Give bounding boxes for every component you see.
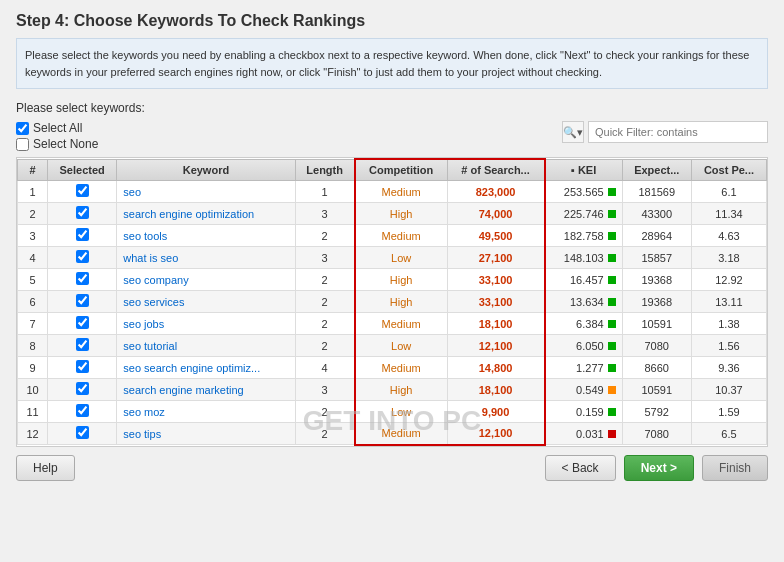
col-header-cost[interactable]: Cost Pe... — [691, 159, 766, 181]
cell-searches: 12,100 — [447, 423, 544, 445]
row-checkbox[interactable] — [76, 272, 89, 285]
cell-selected[interactable] — [48, 225, 117, 247]
table-header: # Selected Keyword Length Competition # … — [18, 159, 767, 181]
cell-num: 12 — [18, 423, 48, 445]
cell-cost: 4.63 — [691, 225, 766, 247]
filter-icon[interactable]: 🔍▾ — [562, 121, 584, 143]
cell-keyword: seo — [117, 181, 295, 203]
cell-competition: Medium — [355, 357, 447, 379]
kei-indicator — [608, 364, 616, 372]
cell-selected[interactable] — [48, 203, 117, 225]
step-title: Step 4: Choose Keywords To Check Ranking… — [16, 12, 768, 30]
cell-cost: 12.92 — [691, 269, 766, 291]
select-all-label[interactable]: Select All — [16, 121, 98, 135]
cell-competition: Medium — [355, 225, 447, 247]
cell-selected[interactable] — [48, 291, 117, 313]
kei-value: 225.746 — [564, 208, 604, 220]
select-none-label[interactable]: Select None — [16, 137, 98, 151]
cell-num: 9 — [18, 357, 48, 379]
cell-selected[interactable] — [48, 181, 117, 203]
cell-expected: 181569 — [622, 181, 691, 203]
cell-selected[interactable] — [48, 379, 117, 401]
cell-cost: 1.38 — [691, 313, 766, 335]
cell-selected[interactable] — [48, 313, 117, 335]
cell-competition: High — [355, 269, 447, 291]
cell-searches: 823,000 — [447, 181, 544, 203]
cell-keyword: seo tools — [117, 225, 295, 247]
cell-cost: 13.11 — [691, 291, 766, 313]
finish-button[interactable]: Finish — [702, 455, 768, 481]
cell-keyword: seo tutorial — [117, 335, 295, 357]
cell-keyword: seo tips — [117, 423, 295, 445]
col-header-searches[interactable]: # of Search... — [447, 159, 544, 181]
cell-selected[interactable] — [48, 401, 117, 423]
kei-value: 0.159 — [576, 406, 604, 418]
kei-value: 1.277 — [576, 362, 604, 374]
col-header-length: Length — [295, 159, 355, 181]
cell-selected[interactable] — [48, 335, 117, 357]
kei-indicator — [608, 342, 616, 350]
back-button[interactable]: < Back — [545, 455, 616, 481]
cell-kei: 1.277 — [545, 357, 623, 379]
table-row: 9 seo search engine optimiz... 4 Medium … — [18, 357, 767, 379]
cell-searches: 14,800 — [447, 357, 544, 379]
cell-keyword: seo services — [117, 291, 295, 313]
cell-cost: 3.18 — [691, 247, 766, 269]
cell-selected[interactable] — [48, 423, 117, 445]
row-checkbox[interactable] — [76, 228, 89, 241]
cell-cost: 10.37 — [691, 379, 766, 401]
table-row: 4 what is seo 3 Low 27,100 148.103 15857… — [18, 247, 767, 269]
cell-kei: 13.634 — [545, 291, 623, 313]
row-checkbox[interactable] — [76, 382, 89, 395]
kei-indicator — [608, 254, 616, 262]
col-header-expected[interactable]: Expect... — [622, 159, 691, 181]
cell-cost: 6.5 — [691, 423, 766, 445]
col-header-kei[interactable]: ▪ KEI — [545, 159, 623, 181]
row-checkbox[interactable] — [76, 426, 89, 439]
row-checkbox[interactable] — [76, 184, 89, 197]
cell-kei: 253.565 — [545, 181, 623, 203]
kei-indicator — [608, 276, 616, 284]
cell-length: 2 — [295, 291, 355, 313]
col-header-competition[interactable]: Competition — [355, 159, 447, 181]
kei-value: 253.565 — [564, 186, 604, 198]
kei-value: 6.384 — [576, 318, 604, 330]
cell-num: 5 — [18, 269, 48, 291]
cell-cost: 1.59 — [691, 401, 766, 423]
cell-num: 11 — [18, 401, 48, 423]
select-all-checkbox[interactable] — [16, 122, 29, 135]
row-checkbox[interactable] — [76, 338, 89, 351]
keywords-table: # Selected Keyword Length Competition # … — [17, 158, 767, 446]
cell-kei: 6.050 — [545, 335, 623, 357]
help-button[interactable]: Help — [16, 455, 75, 481]
cell-keyword: search engine optimization — [117, 203, 295, 225]
cell-selected[interactable] — [48, 269, 117, 291]
cell-expected: 19368 — [622, 269, 691, 291]
row-checkbox[interactable] — [76, 206, 89, 219]
select-none-text: Select None — [33, 137, 98, 151]
table-body: 1 seo 1 Medium 823,000 253.565 181569 6.… — [18, 181, 767, 445]
cell-kei: 0.031 — [545, 423, 623, 445]
filter-input[interactable] — [588, 121, 768, 143]
cell-cost: 1.56 — [691, 335, 766, 357]
row-checkbox[interactable] — [76, 316, 89, 329]
cell-kei: 148.103 — [545, 247, 623, 269]
cell-num: 1 — [18, 181, 48, 203]
cell-searches: 33,100 — [447, 269, 544, 291]
cell-competition: High — [355, 291, 447, 313]
cell-selected[interactable] — [48, 357, 117, 379]
select-none-checkbox[interactable] — [16, 138, 29, 151]
cell-expected: 28964 — [622, 225, 691, 247]
cell-length: 3 — [295, 379, 355, 401]
row-checkbox[interactable] — [76, 360, 89, 373]
table-row: 2 search engine optimization 3 High 74,0… — [18, 203, 767, 225]
cell-num: 10 — [18, 379, 48, 401]
cell-num: 8 — [18, 335, 48, 357]
row-checkbox[interactable] — [76, 404, 89, 417]
row-checkbox[interactable] — [76, 294, 89, 307]
next-button[interactable]: Next > — [624, 455, 694, 481]
table-row: 3 seo tools 2 Medium 49,500 182.758 2896… — [18, 225, 767, 247]
row-checkbox[interactable] — [76, 250, 89, 263]
cell-competition: Low — [355, 247, 447, 269]
cell-selected[interactable] — [48, 247, 117, 269]
